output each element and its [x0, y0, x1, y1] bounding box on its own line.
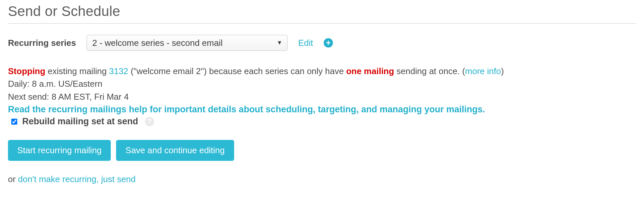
- existing-mailing-link[interactable]: 3132: [109, 66, 128, 76]
- rebuild-label: Rebuild mailing set at send: [22, 116, 138, 127]
- stopping-after-bold: sending at once. (: [394, 66, 465, 76]
- recurring-series-select[interactable]: 2 - welcome series - second email: [87, 35, 288, 51]
- start-recurring-button[interactable]: Start recurring mailing: [8, 140, 111, 161]
- question-icon: ?: [147, 118, 151, 125]
- recurring-series-select-wrap: 2 - welcome series - second email ▼: [87, 35, 288, 51]
- recurring-series-label: Recurring series: [8, 38, 76, 48]
- plus-icon: +: [326, 39, 331, 47]
- dont-recurring-link[interactable]: don't make recurring, just send: [18, 174, 136, 184]
- info-block: Stopping existing mailing 3132 ("welcome…: [8, 65, 636, 116]
- save-continue-button[interactable]: Save and continue editing: [116, 140, 234, 161]
- stopping-after-link: ): [501, 66, 504, 76]
- stopping-word: Stopping: [8, 66, 45, 76]
- rebuild-checkbox[interactable]: [11, 119, 17, 125]
- more-info-link[interactable]: more info: [465, 66, 501, 76]
- or-text: or: [8, 174, 18, 184]
- daily-schedule-line: Daily: 8 a.m. US/Eastern: [8, 77, 636, 90]
- or-row: or don't make recurring, just send: [8, 174, 636, 184]
- stopping-after-id: ("welcome email 2") because each series …: [128, 66, 346, 76]
- recurring-series-row: Recurring series 2 - welcome series - se…: [8, 35, 636, 51]
- one-mailing-bold: one mailing: [346, 66, 394, 76]
- next-send-line: Next send: 8 AM EST, Fri Mar 4: [8, 90, 636, 103]
- rebuild-help-button[interactable]: ?: [145, 117, 154, 126]
- add-series-button[interactable]: +: [324, 38, 333, 48]
- button-row: Start recurring mailing Save and continu…: [8, 140, 636, 161]
- stopping-before-id: existing mailing: [45, 66, 109, 76]
- edit-series-link[interactable]: Edit: [298, 38, 313, 48]
- title-divider: [8, 23, 636, 24]
- page-title: Send or Schedule: [8, 3, 636, 19]
- recurring-help-link[interactable]: Read the recurring mailings help for imp…: [8, 104, 485, 114]
- rebuild-row: Rebuild mailing set at send ?: [8, 116, 636, 127]
- stopping-line: Stopping existing mailing 3132 ("welcome…: [8, 65, 636, 77]
